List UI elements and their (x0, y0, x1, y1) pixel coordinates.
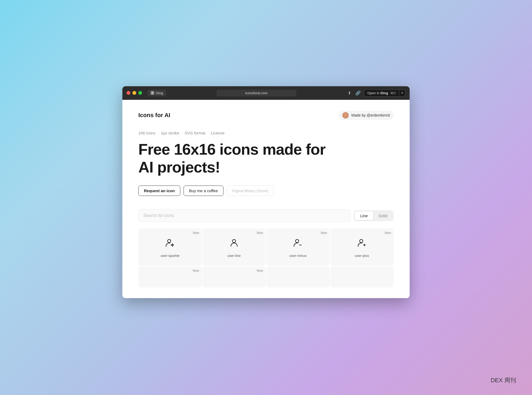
figma-library-button: Figma library (Soon) (227, 186, 274, 196)
open-in-label: Open in Ding ⌘O (364, 90, 399, 96)
hero-line-2: AI projects! (138, 158, 220, 176)
format-info: SVG format (185, 131, 205, 135)
license-link[interactable]: License (211, 131, 225, 135)
buy-coffee-button[interactable]: Buy me a coffee (184, 186, 223, 196)
open-in-app: Ding (380, 91, 388, 95)
cta-buttons: Request an icon Buy me a coffee Figma li… (138, 186, 394, 196)
made-by-badge[interactable]: Made by @erdemkirmit (339, 110, 394, 120)
request-icon-button[interactable]: Request an icon (138, 186, 180, 196)
traffic-lights (127, 91, 142, 95)
made-by-text: Made by @erdemkirmit (351, 113, 390, 117)
svg-point-2 (168, 239, 171, 242)
search-input[interactable] (138, 209, 351, 222)
browser-window: ⬇ Ding iconsforai.com ⬆ 🔗 Open in Ding ⌘… (122, 86, 410, 298)
style-toggle: Line Solid (354, 210, 394, 221)
icon-card-user-minus[interactable]: New user-minus (266, 228, 330, 266)
icon-label-user-sparkle: user-sparkle (160, 254, 180, 258)
avatar (342, 112, 349, 118)
icon-label-user-line: user-line (227, 254, 241, 258)
hero-line-1: Free 16x16 icons made for (138, 141, 326, 158)
close-traffic-light[interactable] (127, 91, 130, 95)
icon-card-row2-1[interactable]: New (138, 266, 202, 287)
browser-tab[interactable]: ⬇ Ding (147, 90, 166, 96)
svg-point-6 (360, 239, 363, 242)
browser-chrome: ⬇ Ding iconsforai.com ⬆ 🔗 Open in Ding ⌘… (122, 86, 410, 100)
site-title: Icons for AI (138, 112, 170, 119)
browser-actions: ⬆ 🔗 Open in Ding ⌘O ▾ (347, 89, 405, 97)
address-bar-area: iconsforai.com (169, 90, 343, 96)
svg-point-3 (232, 239, 236, 242)
icon-label-user-minus: user-minus (289, 254, 306, 258)
user-sparkle-icon (164, 237, 176, 249)
icons-grid: New user-sparkle New (138, 228, 394, 287)
solid-style-button[interactable]: Solid (373, 211, 393, 220)
meta-info: 106 icons · 1px stroke · SVG format · Li… (138, 131, 394, 135)
svg-point-4 (296, 239, 299, 242)
icon-count: 106 icons (138, 131, 155, 135)
line-style-button[interactable]: Line (355, 211, 373, 220)
icon-label-user-plus: user-plus (355, 254, 369, 258)
user-plus-icon (356, 237, 368, 249)
new-badge-user-sparkle: New (193, 231, 199, 235)
link-icon[interactable]: 🔗 (354, 89, 362, 97)
search-input-wrapper (138, 209, 351, 222)
icon-card-row2-4[interactable] (330, 266, 394, 287)
page-header: Icons for AI Mad (138, 110, 394, 120)
maximize-traffic-light[interactable] (138, 91, 142, 95)
share-icon[interactable]: ⬆ (347, 89, 352, 97)
chevron-down-icon[interactable]: ▾ (399, 90, 405, 96)
meta-dot-3: · (207, 131, 209, 135)
new-badge-user-line: New (257, 231, 263, 235)
stroke-info: 1px stroke (161, 131, 179, 135)
user-minus-icon (292, 237, 304, 249)
tab-label: Ding (156, 91, 163, 95)
icon-card-row2-3[interactable] (266, 266, 330, 287)
meta-dot-1: · (157, 131, 159, 135)
icon-card-user-line[interactable]: New user-line (202, 228, 266, 266)
tab-favicon: ⬇ (151, 91, 154, 95)
tab-area: ⬇ Ding (147, 90, 166, 96)
icon-card-user-plus[interactable]: New user-plus (330, 228, 394, 266)
svg-point-1 (345, 113, 347, 115)
new-badge-row2-1: New (193, 269, 199, 273)
icon-card-user-sparkle[interactable]: New user-sparkle (138, 228, 202, 266)
open-in-button[interactable]: Open in Ding ⌘O ▾ (364, 89, 405, 97)
icon-card-row2-2[interactable]: New (202, 266, 266, 287)
user-line-icon (228, 237, 240, 249)
open-in-shortcut: ⌘O (390, 91, 396, 95)
search-section: Line Solid (138, 209, 394, 222)
address-bar[interactable]: iconsforai.com (217, 90, 296, 96)
new-badge-user-minus: New (321, 231, 327, 235)
meta-dot-2: · (181, 131, 182, 135)
open-in-text: Open in (367, 91, 380, 95)
new-badge-user-plus: New (385, 231, 391, 235)
new-badge-row2-2: New (257, 269, 263, 273)
dex-label: DEX 周刊 (491, 376, 516, 384)
page-content: Icons for AI Mad (122, 100, 410, 298)
minimize-traffic-light[interactable] (132, 91, 136, 95)
hero-title: Free 16x16 icons made for AI projects! (138, 141, 394, 176)
